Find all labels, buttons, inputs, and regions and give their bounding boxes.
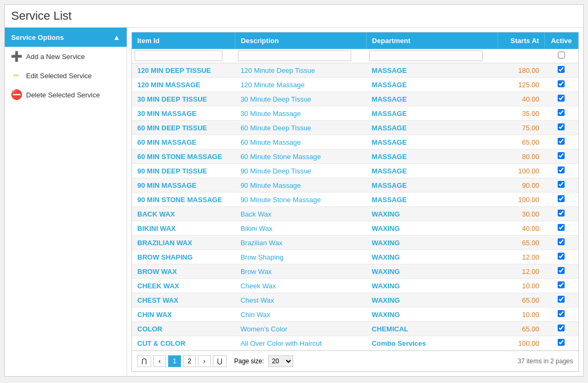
cell-starts-at: 100.00 [498, 164, 544, 178]
page-2-button[interactable]: 2 [183, 355, 196, 367]
table-row[interactable]: COLORWomen's ColorCHEMICAL65.00 [132, 322, 578, 336]
cell-item-id: 120 MIN DEEP TISSUE [132, 63, 235, 78]
sidebar-collapse-button[interactable]: ▲ [113, 33, 120, 41]
cell-description: Chin Wax [235, 307, 367, 322]
cell-department: WAXING [367, 207, 498, 221]
page-next-button[interactable]: › [198, 355, 211, 367]
active-checkbox[interactable] [558, 95, 565, 102]
cell-item-id: 30 MIN DEEP TISSUE [132, 92, 235, 106]
cell-active [544, 178, 578, 193]
sidebar-delete-label: Delete Selected Service [26, 91, 100, 99]
cell-starts-at: 35.00 [498, 106, 544, 121]
pagination-controls: ⋂ ‹ 1 2 › ⋃ Page size: 10 20 50 100 [137, 355, 293, 367]
page-size-select[interactable]: 10 20 50 100 [268, 355, 293, 367]
cell-description: 60 Minute Massage [235, 135, 367, 149]
cell-department: WAXING [367, 293, 498, 307]
cell-item-id: 30 MIN MASSAGE [132, 106, 235, 121]
col-header-item-id: Item Id [132, 32, 235, 49]
active-checkbox[interactable] [558, 80, 565, 87]
table-row[interactable]: 60 MIN STONE MASSAGE60 Minute Stone Mass… [132, 149, 578, 164]
active-checkbox[interactable] [558, 224, 565, 231]
active-checkbox[interactable] [558, 324, 565, 331]
delete-circle-icon: ⛔ [11, 89, 22, 100]
table-row[interactable]: 60 MIN MASSAGE60 Minute MassageMASSAGE65… [132, 135, 578, 149]
filter-department[interactable] [369, 51, 483, 61]
cell-department: MASSAGE [367, 178, 498, 193]
table-row[interactable]: CHEST WAXChest WaxWAXING65.00 [132, 293, 578, 307]
page-first-button[interactable]: ⋂ [137, 355, 151, 367]
table-row[interactable]: 90 MIN MASSAGE90 Minute MassageMASSAGE90… [132, 178, 578, 193]
col-header-department: Department [367, 32, 498, 49]
active-checkbox[interactable] [558, 181, 565, 188]
table-row[interactable]: 30 MIN DEEP TISSUE30 Minute Deep TissueM… [132, 92, 578, 106]
service-table: Item Id Description Department Starts At… [132, 32, 578, 351]
active-checkbox[interactable] [558, 109, 565, 116]
sidebar-item-add[interactable]: ➕ Add a New Service [5, 47, 127, 66]
active-checkbox[interactable] [558, 238, 565, 245]
cell-item-id: BACK WAX [132, 207, 235, 221]
cell-description: Brow Wax [235, 264, 367, 279]
cell-starts-at: 65.00 [498, 236, 544, 250]
sidebar-item-edit[interactable]: ✏ Edit Selected Service [5, 66, 127, 85]
active-checkbox[interactable] [558, 195, 565, 202]
table-row[interactable]: 120 MIN DEEP TISSUE120 Minute Deep Tissu… [132, 63, 578, 78]
main-layout: Service Options ▲ ➕ Add a New Service ✏ … [5, 28, 583, 376]
cell-department: WAXING [367, 250, 498, 264]
cell-description: Bikini Wax [235, 221, 367, 236]
active-checkbox[interactable] [558, 253, 565, 260]
active-checkbox[interactable] [558, 123, 565, 130]
cell-active [544, 264, 578, 279]
active-checkbox[interactable] [558, 66, 565, 73]
cell-starts-at: 125.00 [498, 78, 544, 92]
table-row[interactable]: 30 MIN MASSAGE30 Minute MassageMASSAGE35… [132, 106, 578, 121]
filter-description[interactable] [238, 51, 351, 61]
page-last-button[interactable]: ⋃ [213, 355, 227, 367]
cell-description: 60 Minute Deep Tissue [235, 121, 367, 135]
table-row[interactable]: 90 MIN STONE MASSAGE90 Minute Stone Mass… [132, 193, 578, 207]
active-checkbox[interactable] [558, 267, 565, 274]
col-header-description: Description [235, 32, 367, 49]
table-row[interactable]: BIKINI WAXBikini WaxWAXING40.00 [132, 221, 578, 236]
table-row[interactable]: CUT & COLORAll Over Color with HaircutCo… [132, 336, 578, 351]
sidebar-item-delete[interactable]: ⛔ Delete Selected Service [5, 85, 127, 104]
table-row[interactable]: BROW SHAPINGBrow ShapingWAXING12.00 [132, 250, 578, 264]
cell-active [544, 336, 578, 351]
cell-item-id: BRAZILIAN WAX [132, 236, 235, 250]
cell-active [544, 279, 578, 293]
cell-department: MASSAGE [367, 106, 498, 121]
cell-active [544, 106, 578, 121]
page-1-button[interactable]: 1 [168, 355, 181, 367]
cell-starts-at: 90.00 [498, 178, 544, 193]
active-checkbox[interactable] [558, 339, 565, 346]
table-row[interactable]: 120 MIN MASSAGE120 Minute MassageMASSAGE… [132, 78, 578, 92]
cell-active [544, 149, 578, 164]
active-checkbox[interactable] [558, 138, 565, 145]
table-row[interactable]: BACK WAXBack WaxWAXING30.00 [132, 207, 578, 221]
cell-active [544, 193, 578, 207]
cell-active [544, 250, 578, 264]
cell-description: 90 Minute Deep Tissue [235, 164, 367, 178]
active-checkbox[interactable] [558, 210, 565, 217]
filter-active-checkbox[interactable] [549, 52, 574, 59]
active-checkbox[interactable] [558, 310, 565, 317]
col-header-active: Active [544, 32, 578, 49]
cell-item-id: BROW SHAPING [132, 250, 235, 264]
table-row[interactable]: 90 MIN DEEP TISSUE90 Minute Deep TissueM… [132, 164, 578, 178]
table-row[interactable]: BROW WAXBrow WaxWAXING12.00 [132, 264, 578, 279]
pagination-summary: 37 items in 2 pages [518, 357, 573, 365]
active-checkbox[interactable] [558, 152, 565, 159]
cell-department: MASSAGE [367, 193, 498, 207]
sidebar: Service Options ▲ ➕ Add a New Service ✏ … [5, 28, 127, 376]
table-row[interactable]: BRAZILIAN WAXBrazilian WaxWAXING65.00 [132, 236, 578, 250]
table-row[interactable]: CHEEK WAXCheek WaxWAXING10.00 [132, 279, 578, 293]
cell-starts-at: 80.00 [498, 149, 544, 164]
table-row[interactable]: CHIN WAXChin WaxWAXING10.00 [132, 307, 578, 322]
page-prev-button[interactable]: ‹ [153, 355, 166, 367]
active-checkbox[interactable] [558, 166, 565, 173]
active-checkbox[interactable] [558, 296, 565, 303]
cell-starts-at: 65.00 [498, 322, 544, 336]
sidebar-edit-label: Edit Selected Service [26, 72, 92, 80]
filter-item-id[interactable] [135, 51, 222, 61]
active-checkbox[interactable] [558, 281, 565, 288]
table-row[interactable]: 60 MIN DEEP TISSUE60 Minute Deep TissueM… [132, 121, 578, 135]
